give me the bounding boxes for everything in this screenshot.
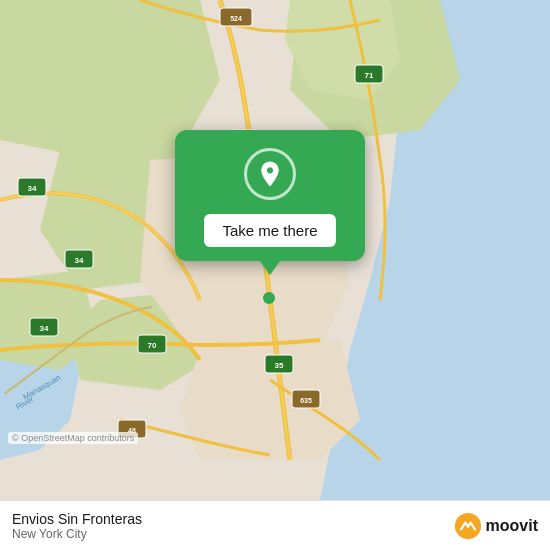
moovit-text: moovit (486, 517, 538, 535)
svg-text:70: 70 (148, 341, 157, 350)
moovit-icon (454, 512, 482, 540)
svg-text:35: 35 (275, 361, 284, 370)
attribution: © OpenStreetMap contributors (8, 432, 138, 444)
svg-text:34: 34 (28, 184, 37, 193)
place-name: Envios Sin Fronteras (12, 511, 454, 527)
svg-text:71: 71 (365, 71, 374, 80)
svg-text:524: 524 (230, 15, 242, 22)
svg-point-35 (263, 292, 275, 304)
take-me-there-button[interactable]: Take me there (204, 214, 335, 247)
place-info: Envios Sin Fronteras New York City (12, 511, 454, 541)
svg-text:34: 34 (75, 256, 84, 265)
svg-text:34: 34 (40, 324, 49, 333)
popup-card: Take me there (175, 130, 365, 261)
map-container: 34 34 34 35 35 71 524 70 635 48 Manasqua… (0, 0, 550, 500)
location-pin-icon (244, 148, 296, 200)
moovit-logo: moovit (454, 512, 538, 540)
place-location: New York City (12, 527, 454, 541)
bottom-bar: Envios Sin Fronteras New York City moovi… (0, 500, 550, 550)
svg-text:635: 635 (300, 397, 312, 404)
